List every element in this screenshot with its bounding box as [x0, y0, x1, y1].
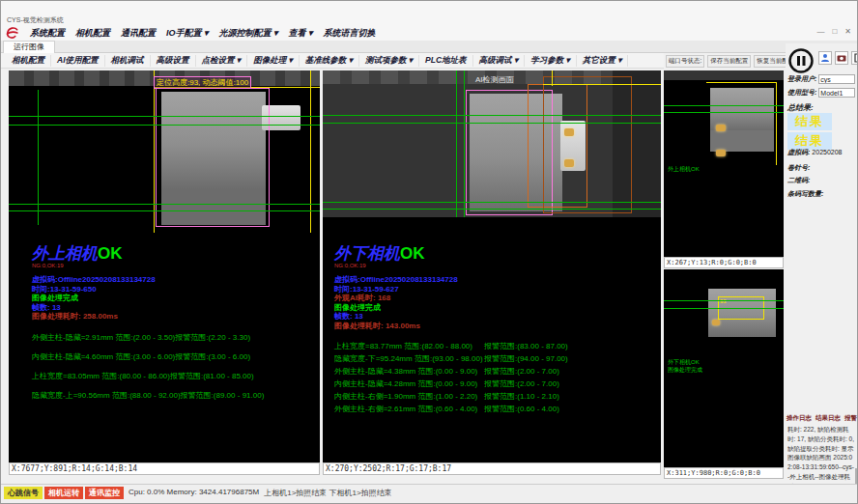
toolbar-button[interactable]: 图像处理 ▾ — [247, 55, 300, 67]
field-label: 条码写数量: — [787, 190, 823, 197]
overlay-green-vline — [38, 90, 39, 225]
menu-item[interactable]: IO手配置 ▾ — [166, 27, 209, 40]
menu-item[interactable]: 通讯配置 — [121, 27, 156, 40]
overlay-green-hline — [9, 204, 320, 205]
menu-item[interactable]: 相机配置 — [75, 27, 110, 40]
camera-image-lower[interactable]: AI检测画面 — [323, 70, 661, 217]
overlay-green-hline — [9, 116, 320, 117]
exit-button[interactable] — [851, 51, 858, 65]
user-lock-button[interactable] — [818, 51, 832, 65]
menu-item[interactable]: 系统语言切换 — [324, 27, 376, 40]
result-block-lower: 外下相机OK NG:0,OK:19 虚拟码:Offline20250208133… — [334, 244, 658, 417]
measurement-row: 上柱宽度=83.05mm 范围:(80.00 - 86.00) 报警范围:(81… — [32, 372, 320, 380]
pixel-readout-upper: X:7677;Y:891;R:14;G:14;B:14 — [9, 462, 320, 475]
toolbar-button[interactable]: 学习参数 ▾ — [525, 55, 577, 67]
measurement-row: 上柱宽度=83.77mm 范围:(82.00 - 88.00) 报警范围:(83… — [334, 342, 658, 350]
toolbar-button[interactable]: PLC地址表 — [419, 55, 473, 67]
minimize-icon[interactable]: — — [816, 27, 824, 37]
close-icon[interactable]: ✕ — [844, 27, 851, 37]
window-title: CYS-视觉检测系统 — [7, 15, 64, 25]
field-value: 20250208 — [812, 149, 842, 155]
window-controls: — □ ✕ — [816, 27, 851, 37]
roi-rect-pink — [156, 88, 270, 227]
overlay-green-hline — [664, 308, 784, 309]
measurement-alarm-range: 报警范围:(2.20 - 3.30) — [175, 333, 250, 342]
field-coil-no: 卷针号: — [787, 163, 812, 173]
overlay-yellow-hline — [543, 84, 661, 85]
measurement-alarm-range: 报警范围:(1.10 - 2.10) — [484, 392, 559, 401]
measurement-alarm-range: 报警范围:(81.00 - 85.00) — [170, 372, 254, 380]
thumbnail-view-lower[interactable]: 93 外下相机OK图像处理完成 — [664, 269, 784, 467]
overlay-green-hline — [323, 115, 661, 116]
gold-contact — [716, 150, 726, 156]
gold-contact — [716, 125, 726, 131]
menu-item[interactable]: 光源控制配置 ▾ — [219, 27, 278, 40]
measurement-value: 隐藏宽度-下=95.24mm 范围:(93.00 - 98.00) — [334, 354, 484, 363]
overlay-green-hline — [664, 300, 784, 301]
part-region-lower — [710, 130, 774, 152]
result-line: 时间:13-31-59-650 — [32, 285, 320, 294]
camera-button[interactable] — [835, 51, 848, 65]
result-counter: NG:0,OK:19 — [32, 263, 320, 269]
measurement-row: 外侧主柱-隐藏=4.38mm 范围:(0.00 - 9.00) 报警范围:(2.… — [334, 367, 658, 376]
toolbar-button[interactable]: 测试项参数 ▾ — [359, 55, 419, 67]
thumbnail-result-line: 外下相机OK — [668, 358, 702, 366]
status-bar: 心跳信号相机运转通讯监控 Cpu: 0.0% Memory: 3424.4179… — [1, 484, 858, 504]
result-line: 图像处理完成 — [334, 303, 658, 313]
toolbar-button[interactable]: 相机调试 — [105, 55, 151, 67]
machine-background — [664, 70, 784, 80]
result-box-upper: 结果 — [787, 113, 832, 130]
overlay-yellow-hline — [706, 82, 777, 83]
toolbar-button[interactable]: 基准线参数 ▾ — [300, 55, 359, 67]
status-badge: 相机运转 — [44, 487, 83, 499]
camera-view-lower[interactable]: AI检测画面 外下相机OK NG:0,OK:19 虚拟码:Offline2025… — [323, 70, 661, 462]
model-input[interactable] — [818, 88, 855, 98]
measurement-row: 隐藏宽度-下=95.24mm 范围:(93.00 - 98.00) 报警范围:(… — [334, 354, 658, 363]
measurement-alarm-range: 报警范围:(2.00 - 7.00) — [484, 379, 559, 388]
view-control-button[interactable]: 端口号状态: — [666, 55, 704, 68]
maximize-icon[interactable]: □ — [832, 27, 837, 37]
measurement-alarm-range: 报警范围:(94.00 - 97.00) — [484, 354, 568, 363]
toolbar-button[interactable]: 高级调试 ▾ — [473, 55, 526, 67]
ai-roi-rect-outer — [543, 76, 632, 213]
image-view-controls: 端口号状态: 保存当前配置 恢复当前配置 — [666, 54, 784, 68]
camera-icon — [837, 53, 846, 63]
measurement-row: 外侧主柱-隐藏=2.91mm 范围:(2.00 - 3.50) 报警范围:(2.… — [32, 333, 320, 342]
thumbnail-result-text: 外上相机OK — [668, 165, 700, 173]
measurement-alarm-range: 报警范围:(2.00 - 7.00) — [484, 367, 559, 376]
result-line: 虚拟码:Offline20250208133134728 — [32, 275, 320, 285]
overlay-green-hline — [323, 202, 661, 203]
result-lines: 虚拟码:Offline20250208133134728 时间:13-31-59… — [334, 275, 658, 330]
ai-view-label: AI检测画面 — [475, 74, 514, 85]
view-control-button[interactable]: 保存当前配置 — [707, 55, 751, 68]
toolbar-button[interactable]: 其它设置 ▾ — [577, 55, 629, 67]
result-line: 帧数: 13 — [334, 312, 658, 322]
pause-button[interactable] — [787, 47, 815, 74]
thumbnail-view-upper[interactable]: 外上相机OK — [664, 70, 784, 257]
toolbar-button[interactable]: AI使用配置 — [51, 55, 105, 67]
log-tab[interactable]: 操作日志 — [786, 414, 812, 423]
camera-name: 外上相机 — [32, 244, 98, 263]
toolbar-button[interactable]: 点检设置 ▾ — [196, 55, 248, 67]
overlay-green-hline — [323, 209, 661, 210]
camera-image-upper[interactable]: 定位高度:93, 动态阈值:100 — [9, 70, 320, 233]
menu-item[interactable]: 查看 ▾ — [289, 27, 313, 40]
toolbar-button[interactable]: 相机配置 — [6, 55, 51, 67]
log-tab[interactable]: 报警日志 — [844, 414, 858, 423]
toolbar-button[interactable]: 高级设置 — [151, 55, 196, 67]
overlay-green-hline — [323, 123, 661, 124]
user-input[interactable] — [818, 74, 855, 84]
result-block-upper: 外上相机OK NG:0,OK:19 虚拟码:Offline20250208133… — [32, 244, 320, 410]
overlay-green-hline — [664, 105, 784, 106]
overlay-yellow-vline — [310, 70, 311, 233]
title-bar: CYS-视觉检测系统 — [1, 1, 858, 26]
measurement-value: 上柱宽度=83.05mm 范围:(80.00 - 86.00) — [32, 372, 170, 380]
camera-view-upper[interactable]: 定位高度:93, 动态阈值:100 外上相机OK NG:0,OK:19 虚拟码:… — [9, 70, 320, 462]
overlay-green-vline — [464, 70, 465, 217]
tab-run-image[interactable]: 运行图像 — [3, 41, 55, 53]
pixel-readout-thumb-lower: X:311;Y:980;R:0;G:0;B:0 — [664, 467, 784, 479]
measurement-row: 隐藏宽度-上=90.56mm 范围:(88.00 - 92.00) 报警范围:(… — [32, 391, 320, 400]
user-icon — [820, 53, 830, 63]
menu-item[interactable]: 系统配置 — [30, 27, 65, 40]
log-tab[interactable]: 结果日志 — [815, 414, 841, 423]
